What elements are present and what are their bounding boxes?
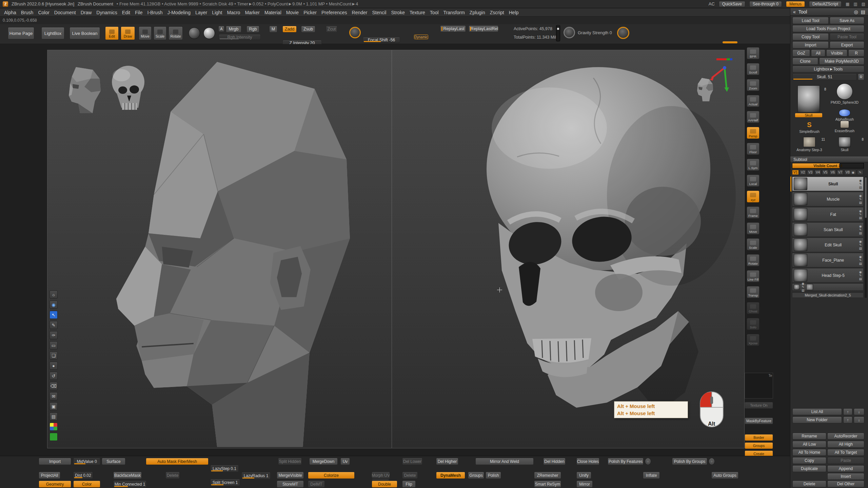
subtool-row-scan-skull[interactable]: Scan Skull ◉ ✎ ▤ xyxy=(792,222,864,237)
color-palette-icon[interactable] xyxy=(50,423,58,431)
bb-split-hidden-button[interactable]: Split Hidden xyxy=(278,458,302,465)
material-sphere-toggle[interactable] xyxy=(203,27,215,39)
move-button[interactable]: Move xyxy=(139,26,152,40)
groups-button[interactable]: Groups xyxy=(745,442,773,449)
bb-double-button[interactable]: Double xyxy=(372,481,397,488)
menu-item[interactable]: J-Modeling xyxy=(167,10,191,15)
pencil-icon[interactable]: ✑ xyxy=(50,331,58,339)
menu-item[interactable]: Picker xyxy=(303,10,317,15)
bb-polish-by-groups-button[interactable]: Polish By Groups xyxy=(672,458,707,465)
lsym-button[interactable]: L.Sym xyxy=(747,159,760,171)
dock-icon[interactable]: ▤ xyxy=(861,9,865,15)
menu-item[interactable]: Document xyxy=(54,10,76,15)
subtool-row-edit-skull[interactable]: Edit Skull ◉ ✎ ▤ xyxy=(792,238,864,252)
bb-mirror-and-weld-button[interactable]: Mirror And Weld xyxy=(475,458,534,465)
bb-delmt-button[interactable]: DelMT xyxy=(308,481,325,488)
import-button[interactable]: Import xyxy=(792,41,829,48)
gravity-dial[interactable] xyxy=(564,27,575,38)
all-to-target-button[interactable]: All To Target xyxy=(827,449,864,456)
menu-item[interactable]: Layer xyxy=(195,10,207,15)
list-all-button[interactable]: List All xyxy=(792,408,842,415)
transp-button[interactable]: Transp xyxy=(747,286,760,298)
camera-angle-dial[interactable] xyxy=(617,27,629,39)
scroll-button[interactable]: Scroll xyxy=(747,63,760,75)
bb-backfacemask-button[interactable]: BackfaceMask xyxy=(113,472,142,479)
zadd-button[interactable]: Zadd xyxy=(282,26,297,33)
paste-tool-button[interactable]: Paste Tool xyxy=(830,33,864,40)
scale-button[interactable]: Scale xyxy=(154,26,166,40)
tool-name-slider[interactable]: Skull. 51 xyxy=(792,74,857,80)
menu-item[interactable]: Alpha xyxy=(4,10,16,15)
undo-icon[interactable]: ↺ xyxy=(50,372,58,380)
menu-item[interactable]: I-Brush xyxy=(147,10,163,15)
make-polymesh3d-button[interactable]: Make PolyMesh3D xyxy=(819,58,864,65)
menu-item[interactable]: Draw xyxy=(81,10,92,15)
home-page-button[interactable]: Home Page xyxy=(8,27,34,39)
bb-geometry-button[interactable]: Geometry xyxy=(39,481,71,488)
goz-visible-button[interactable]: Visible xyxy=(826,49,847,57)
tool-thumb-skull[interactable]: 8 Skull xyxy=(828,137,861,152)
mrgb-button[interactable]: Mrgb xyxy=(226,26,241,33)
bb-polish-by-features-button[interactable]: Polish By Features xyxy=(608,458,644,465)
menu-item[interactable]: Transform xyxy=(443,10,465,15)
subtool-row-head-step5[interactable]: Head Step-5 ◉ ✎ ▤ xyxy=(792,268,864,283)
del-other-button[interactable]: Del Other xyxy=(827,481,864,487)
dot-brush-icon[interactable]: ● xyxy=(50,362,58,370)
zsub-button[interactable]: Zsub xyxy=(301,26,315,33)
append-button[interactable]: Append xyxy=(827,465,864,472)
bb-colorize-button[interactable]: Colorize xyxy=(308,472,355,479)
eye-icon[interactable]: ◉ xyxy=(50,301,58,309)
clipboard-icon[interactable]: ▤ xyxy=(50,412,58,421)
bb-import-button[interactable]: Import xyxy=(39,458,71,465)
border-button[interactable]: Border xyxy=(745,434,773,441)
subtool-row-icons[interactable]: ◉ ✎ ▤ xyxy=(802,282,805,292)
subtool-row-icons[interactable]: ◉ ✎ ▤ xyxy=(859,270,862,281)
cursor-select-icon[interactable]: ↖ xyxy=(50,311,58,319)
bpr-button[interactable]: BPR xyxy=(747,47,760,59)
bb-auto-mask-fibermesh-button[interactable]: Auto Mask FiberMesh xyxy=(146,458,209,465)
xpose-button[interactable]: Xpose xyxy=(747,334,760,346)
edit-all-icon[interactable]: ✎ xyxy=(857,170,863,175)
subtool-view-tab[interactable]: V5 xyxy=(822,170,829,175)
subtool-name[interactable]: Edit Skull xyxy=(809,243,857,247)
copy-tool-button[interactable]: Copy Tool xyxy=(792,33,829,40)
bb-min-connected-slider[interactable]: Min Connected 1 xyxy=(113,481,146,488)
rotate-button[interactable]: Rotate xyxy=(169,26,183,40)
subtool-scrollbar[interactable] xyxy=(865,177,867,298)
lightbox-button[interactable]: LightBox xyxy=(41,27,64,39)
bb-groups-button[interactable]: Groups xyxy=(468,472,484,479)
live-boolean-button[interactable]: Live Boolean xyxy=(70,27,100,39)
lightbulb-icon[interactable]: ☼ xyxy=(50,290,58,299)
tool-thumb-pm3d-sphere3d[interactable]: 8 PM3D_Sphere3D xyxy=(828,83,861,104)
line-fill-button[interactable]: Line Fill xyxy=(747,270,760,282)
aahalf-button[interactable]: AAHalf xyxy=(747,111,760,123)
menu-item[interactable]: Preferences xyxy=(321,10,347,15)
tool-thumb-alphabrush[interactable]: AlphaBrush xyxy=(828,109,861,121)
subtool-row-icons[interactable]: ◉ ✎ ▤ xyxy=(859,194,862,204)
bb-polish-button[interactable]: Polish xyxy=(486,472,501,479)
anti-alias-button[interactable]: A xyxy=(218,26,224,32)
bb-dynamesh-button[interactable]: DynaMesh xyxy=(436,472,465,479)
subtool-view-tab[interactable]: V1 xyxy=(792,170,799,175)
bb-surface-button[interactable]: Surface xyxy=(102,458,125,465)
subtool-row-compact[interactable]: ◉ ✎ ▤ xyxy=(792,283,864,291)
bb-del-lower-button[interactable]: Del Lower xyxy=(402,458,422,465)
subtool-row-icons[interactable]: ◉ ✎ ▤ xyxy=(859,240,862,250)
bb-del-higher-button[interactable]: Del Higher xyxy=(436,458,458,465)
bb-dist-slider[interactable]: Dist 0.02 xyxy=(73,472,93,479)
save-as-button[interactable]: Save As xyxy=(830,17,864,24)
mask-by-feature-button[interactable]: MaskByFeature xyxy=(745,418,773,424)
sculpt-canvas[interactable]: Alt + Mouse left Alt + Mouse left Alt xyxy=(47,50,745,448)
bb-morph-uv-button[interactable]: Morph UV xyxy=(372,472,390,479)
all-high-button[interactable]: All High xyxy=(827,441,864,448)
image-icon[interactable]: ▣ xyxy=(50,402,58,410)
move-3d-button[interactable]: Move xyxy=(747,222,760,235)
paste-button[interactable]: Paste xyxy=(827,457,864,464)
actual-button[interactable]: Actual xyxy=(747,95,760,107)
subtool-name[interactable]: Scan Skull xyxy=(809,227,857,232)
subtool-view-tab[interactable]: V6 xyxy=(829,170,836,175)
draw-button[interactable]: Draw xyxy=(121,26,135,40)
menu-item[interactable]: Render xyxy=(352,10,368,15)
delete-button[interactable]: Delete xyxy=(792,481,826,487)
subtool-name[interactable]: Head Step-5 xyxy=(809,273,857,278)
